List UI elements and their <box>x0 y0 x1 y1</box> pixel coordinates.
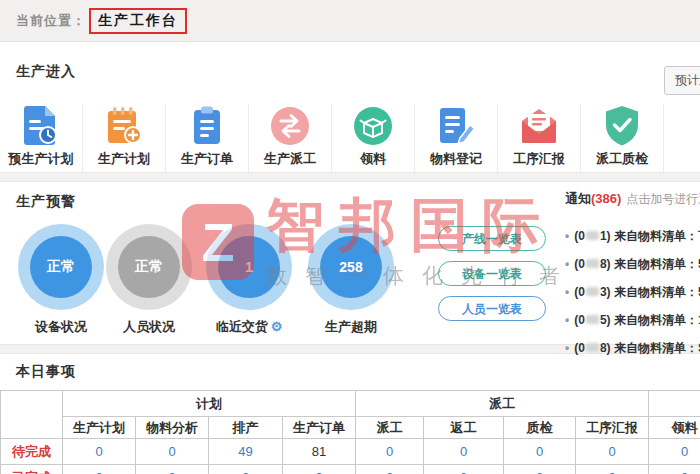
group-header-plan: 计划 <box>63 391 356 417</box>
cell-value[interactable]: 49 <box>209 439 283 465</box>
column-header: 返工 <box>424 417 504 439</box>
entry-item-label: 生产计划 <box>98 150 150 168</box>
notifications-title: 通知 <box>565 191 591 206</box>
column-header: 派工 <box>356 417 424 439</box>
gauge-value[interactable]: 正常 <box>118 236 180 298</box>
entry-item-material-register[interactable]: 物料登记 <box>415 104 498 172</box>
clipboard-icon <box>187 104 227 148</box>
staff-list-button[interactable]: 人员一览表 <box>438 296 546 321</box>
warning-gauges: 正常 设备状况 正常 人员状况 1 临近交货⚙ 258 生产超期 <box>18 224 394 336</box>
cell-value[interactable]: 0 <box>576 439 649 465</box>
entry-item-label: 生产订单 <box>181 150 233 168</box>
notification-item[interactable]: •(08) 来自物料清单：Su <box>565 334 700 362</box>
gear-icon[interactable]: ⚙ <box>271 319 283 334</box>
notifications-list: •(01) 来自物料清单：飞 •(08) 来自物料清单：55 •(03) 来自物… <box>565 222 700 362</box>
production-line-list-button[interactable]: 产线一览表 <box>438 226 546 251</box>
entry-item-production-plan[interactable]: 生产计划 <box>83 104 166 172</box>
gauge-ring: 1 <box>206 224 292 310</box>
notification-item[interactable]: •(01) 来自物料清单：飞 <box>565 222 700 250</box>
entry-item-preproduction-plan[interactable]: 预生产计划 <box>0 104 83 172</box>
table-corner-cell <box>1 391 63 439</box>
redacted-text <box>586 343 599 352</box>
breadcrumb-bar: 当前位置： 生产工作台 <box>0 0 700 42</box>
production-entry-section: 生产进入 预计划 预生产计划 生产计划 生产订单 <box>0 42 700 172</box>
gauge-label: 设备状况 <box>35 318 87 336</box>
column-header: 领料 <box>649 417 700 439</box>
gauge-staff-status: 正常 人员状况 <box>106 224 192 336</box>
entry-item-production-order[interactable]: 生产订单 <box>166 104 249 172</box>
transfer-arrows-icon <box>268 104 312 148</box>
gauge-production-overdue: 258 生产超期 <box>308 224 394 336</box>
cell-value[interactable]: 0 <box>356 439 424 465</box>
today-items-table: 计划 派工 生产计划 物料分析 排产 生产订单 派工 返工 质检 工序汇报 领料… <box>0 390 700 474</box>
cell-value[interactable]: 0 <box>576 465 649 474</box>
cell-value[interactable]: 0 <box>63 439 136 465</box>
notification-item[interactable]: •(08) 来自物料清单：55 <box>565 250 700 278</box>
cell-value[interactable]: 0 <box>649 439 700 465</box>
breadcrumb-current-page: 生产工作台 <box>89 8 187 34</box>
open-box-icon <box>351 104 395 148</box>
gauge-value[interactable]: 1 <box>218 236 280 298</box>
table-row-pending: 待完成 0 0 49 81 0 0 0 0 0 <box>1 439 700 465</box>
redacted-text <box>586 259 599 268</box>
notifications-header: 通知(386)点击加号进行通知 <box>565 190 700 208</box>
bullet-icon: • <box>565 285 569 299</box>
cell-value[interactable]: 0 <box>649 465 700 474</box>
today-items-section: 本日事项 计划 派工 生产计划 物料分析 排产 生产订单 派工 返工 质检 工序… <box>0 354 700 474</box>
document-clock-icon <box>21 104 61 148</box>
cell-value[interactable]: 0 <box>356 465 424 474</box>
cell-value[interactable]: 0 <box>63 465 136 474</box>
redacted-text <box>586 287 599 296</box>
gauge-ring: 258 <box>308 224 394 310</box>
notifications-panel: 通知(386)点击加号进行通知 •(01) 来自物料清单：飞 •(08) 来自物… <box>565 190 700 362</box>
equipment-list-button[interactable]: 设备一览表 <box>438 261 546 286</box>
cell-value[interactable]: 0 <box>136 439 209 465</box>
entry-item-label: 领料 <box>360 150 386 168</box>
entry-item-dispatch-qc[interactable]: 派工质检 <box>581 104 664 172</box>
row-label: 已完成 <box>1 465 63 474</box>
notepad-plus-icon <box>104 104 144 148</box>
column-header: 质检 <box>504 417 576 439</box>
bullet-icon: • <box>565 341 569 355</box>
cell-value[interactable]: 0 <box>504 439 576 465</box>
group-header-material <box>649 391 700 417</box>
table-row-completed: 已完成 0 0 0 0 0 0 0 0 0 <box>1 465 700 474</box>
gauge-value[interactable]: 258 <box>320 236 382 298</box>
production-workbench-page: 当前位置： 生产工作台 生产进入 预计划 预生产计划 生产计划 <box>0 0 700 474</box>
gauge-value[interactable]: 正常 <box>30 236 92 298</box>
cell-value[interactable]: 0 <box>424 465 504 474</box>
entry-item-production-dispatch[interactable]: 生产派工 <box>249 104 332 172</box>
column-header: 生产订单 <box>283 417 356 439</box>
entry-item-process-report[interactable]: 工序汇报 <box>498 104 581 172</box>
gauge-near-delivery: 1 临近交货⚙ <box>206 224 292 336</box>
gauge-label: 临近交货⚙ <box>216 318 283 336</box>
cell-value[interactable]: 0 <box>209 465 283 474</box>
bullet-icon: • <box>565 313 569 327</box>
gauge-ring: 正常 <box>18 224 104 310</box>
entry-item-cutoff <box>664 104 700 172</box>
production-warning-title: 生产预警 <box>16 193 76 209</box>
column-header: 工序汇报 <box>576 417 649 439</box>
preplan-button[interactable]: 预计划 <box>664 66 700 95</box>
document-edit-icon <box>435 104 477 148</box>
notification-item[interactable]: •(05) 来自物料清单：1/ <box>565 306 700 334</box>
cell-value[interactable]: 0 <box>504 465 576 474</box>
notifications-count: (386) <box>591 191 621 206</box>
cell-value[interactable]: 0 <box>424 439 504 465</box>
group-header-dispatch: 派工 <box>356 391 649 417</box>
column-header: 物料分析 <box>136 417 209 439</box>
overview-buttons: 产线一览表 设备一览表 人员一览表 <box>438 226 546 331</box>
cell-value[interactable]: 0 <box>283 465 356 474</box>
entry-item-label: 工序汇报 <box>513 150 565 168</box>
cell-value[interactable]: 81 <box>283 439 356 465</box>
entry-item-material-request[interactable]: 领料 <box>332 104 415 172</box>
entry-icon-row: 预生产计划 生产计划 生产订单 生产派工 <box>0 104 700 172</box>
entry-item-label: 生产派工 <box>264 150 316 168</box>
envelope-report-icon <box>518 104 560 148</box>
production-warning-section: 生产预警 正常 设备状况 正常 人员状况 1 临近交货⚙ <box>0 182 700 344</box>
column-header: 排产 <box>209 417 283 439</box>
shield-check-icon <box>602 104 642 148</box>
cell-value[interactable]: 0 <box>136 465 209 474</box>
entry-item-label: 物料登记 <box>430 150 482 168</box>
notification-item[interactable]: •(03) 来自物料清单：55 <box>565 278 700 306</box>
